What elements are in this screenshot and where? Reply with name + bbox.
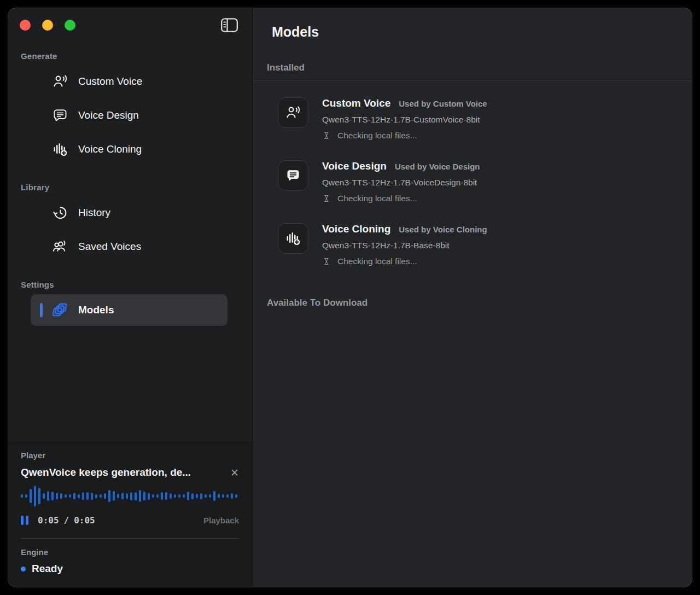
waveform-bar	[231, 493, 233, 499]
hourglass-icon	[322, 257, 331, 266]
close-player-button[interactable]: ✕	[225, 468, 239, 478]
waveform-bar	[47, 491, 49, 501]
voice-cloning-icon	[285, 230, 301, 247]
time-total: 0:05	[74, 515, 95, 526]
engine-status: Ready	[21, 563, 239, 575]
model-status-text: Checking local files...	[337, 131, 417, 141]
waveform-bar	[43, 493, 45, 499]
waveform-bar	[113, 491, 115, 501]
playback-time: 0:05 / 0:05	[38, 515, 95, 526]
models-icon	[52, 302, 68, 318]
waveform-bar	[165, 492, 167, 500]
voice-cloning-icon	[52, 141, 68, 158]
waveform-bar	[178, 494, 180, 498]
model-icon-card	[278, 160, 308, 191]
selection-indicator	[40, 303, 43, 317]
model-id: Qwen3-TTS-12Hz-1.7B-CustomVoice-8bit	[322, 115, 487, 125]
time-current: 0:05	[38, 515, 59, 526]
app-window: Generate Custom Voice Voice Design Voice…	[8, 8, 692, 587]
close-window-button[interactable]	[20, 20, 31, 31]
waveform-bar	[30, 489, 32, 503]
waveform-bar	[126, 493, 128, 499]
model-status: Checking local files...	[322, 131, 487, 141]
waveform-bar	[121, 493, 124, 499]
waveform-bar	[60, 493, 62, 499]
pause-bar-icon	[21, 516, 24, 525]
model-info: Voice Cloning Used by Voice Cloning Qwen…	[322, 223, 487, 266]
sidebar-nav: Generate Custom Voice Voice Design Voice…	[8, 43, 252, 442]
model-icon-card	[278, 223, 308, 254]
model-list: Custom Voice Used by Custom Voice Qwen3-…	[253, 81, 692, 266]
installed-section-label: Installed	[267, 62, 692, 73]
main-content: Models Installed Custom Voice Used by Cu…	[253, 8, 692, 587]
waveform-bar	[200, 493, 202, 499]
saved-voices-icon	[52, 238, 68, 255]
model-id: Qwen3-TTS-12Hz-1.7B-Base-8bit	[322, 241, 487, 250]
waveform-bar	[161, 492, 163, 500]
hourglass-icon	[322, 131, 331, 140]
model-id: Qwen3-TTS-12Hz-1.7B-VoiceDesign-8bit	[322, 178, 480, 188]
model-status: Checking local files...	[322, 194, 480, 203]
model-row[interactable]: Voice Design Used by Voice Design Qwen3-…	[278, 160, 692, 203]
model-status-text: Checking local files...	[337, 194, 417, 203]
waveform-bar	[226, 494, 229, 498]
window-titlebar	[8, 8, 252, 43]
waveform-bar	[78, 494, 80, 498]
waveform-bar	[183, 494, 185, 498]
sidebar-item-label: Voice Design	[78, 109, 139, 121]
page-title: Models	[272, 24, 692, 40]
waveform-bar	[95, 494, 97, 498]
sidebar-item-models[interactable]: Models	[31, 294, 228, 326]
sidebar-item-voice-cloning[interactable]: Voice Cloning	[31, 133, 228, 165]
model-info: Voice Design Used by Voice Design Qwen3-…	[322, 160, 480, 203]
model-status: Checking local files...	[322, 256, 487, 266]
pause-button[interactable]	[21, 516, 28, 525]
sidebar-item-custom-voice[interactable]: Custom Voice	[31, 66, 228, 97]
voice-design-icon	[285, 167, 301, 184]
waveform-bar	[91, 493, 93, 500]
sidebar-item-label: Voice Cloning	[78, 143, 142, 155]
waveform-bar	[187, 492, 189, 500]
player-section-label: Player	[21, 451, 239, 460]
sidebar: Generate Custom Voice Voice Design Voice…	[8, 8, 253, 587]
waveform-bar	[152, 494, 154, 498]
hourglass-icon	[322, 194, 331, 203]
waveform-bar	[34, 486, 36, 506]
traffic-lights	[20, 20, 75, 31]
waveform-bar	[25, 494, 27, 498]
waveform-bar	[222, 494, 224, 498]
waveform-bar	[218, 494, 220, 498]
engine-status-text: Ready	[32, 563, 63, 575]
waveform-bar	[86, 492, 89, 500]
sidebar-toggle-icon	[220, 27, 239, 35]
model-row[interactable]: Voice Cloning Used by Voice Cloning Qwen…	[278, 223, 692, 266]
waveform-bar	[191, 493, 194, 499]
custom-voice-icon	[285, 104, 301, 121]
available-section-label: Available To Download	[267, 298, 692, 308]
waveform-bar	[73, 493, 75, 499]
model-name: Voice Design	[322, 160, 387, 172]
history-icon	[52, 205, 68, 221]
sidebar-item-label: Saved Voices	[78, 241, 141, 253]
waveform-bar	[148, 493, 150, 500]
waveform-bar	[205, 494, 207, 498]
desktop-background: Generate Custom Voice Voice Design Voice…	[0, 0, 700, 595]
waveform-bar	[135, 492, 137, 500]
waveform[interactable]	[21, 484, 239, 508]
toggle-sidebar-button[interactable]	[220, 17, 239, 33]
track-row: QwenVoice keeps generation, de... ✕	[21, 466, 239, 479]
model-row[interactable]: Custom Voice Used by Custom Voice Qwen3-…	[278, 97, 692, 141]
engine-section-label: Engine	[21, 547, 239, 557]
sidebar-item-history[interactable]: History	[31, 197, 228, 229]
zoom-window-button[interactable]	[65, 20, 75, 31]
sidebar-item-voice-design[interactable]: Voice Design	[31, 100, 228, 131]
waveform-bar	[143, 492, 145, 500]
track-title: QwenVoice keeps generation, de...	[21, 466, 225, 479]
sidebar-item-saved-voices[interactable]: Saved Voices	[31, 231, 228, 262]
minimize-window-button[interactable]	[42, 20, 53, 31]
sidebar-section-label: Generate	[21, 51, 239, 61]
sidebar-section-label: Settings	[21, 280, 239, 289]
waveform-bar	[56, 493, 58, 499]
waveform-bar	[209, 494, 211, 498]
waveform-bar	[235, 494, 237, 498]
